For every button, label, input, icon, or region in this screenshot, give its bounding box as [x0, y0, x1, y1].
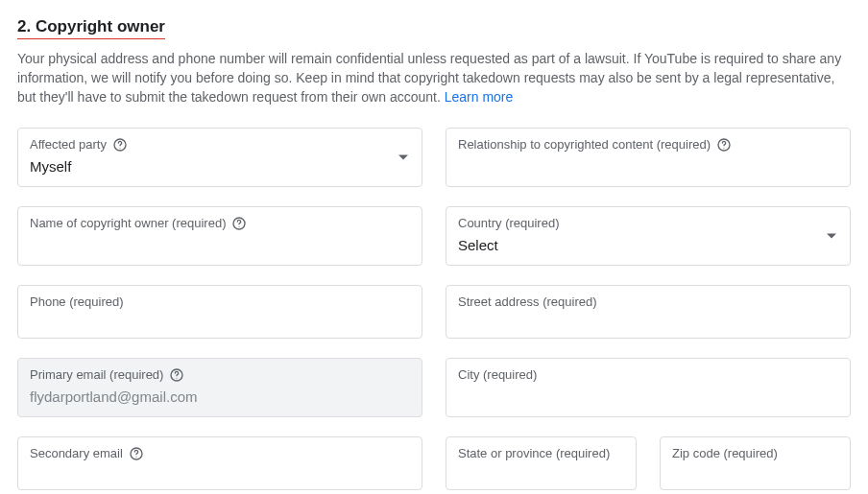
section-heading: 2. Copyright owner: [17, 17, 165, 39]
section-description-text: Your physical address and phone number w…: [17, 51, 841, 105]
label-text: Relationship to copyrighted content (req…: [458, 137, 711, 153]
state-label: State or province (required): [458, 446, 624, 461]
state-zip-row: State or province (required) Zip code (r…: [446, 436, 851, 490]
svg-point-7: [177, 378, 178, 379]
help-icon[interactable]: [716, 137, 732, 153]
label-text: City (required): [458, 367, 537, 383]
zip-field[interactable]: Zip code (required): [660, 436, 851, 490]
chevron-down-icon: [827, 234, 836, 239]
help-icon[interactable]: [129, 446, 144, 461]
label-text: Street address (required): [458, 294, 597, 310]
copyright-owner-name-field[interactable]: Name of copyright owner (required): [17, 206, 422, 266]
state-field[interactable]: State or province (required): [446, 436, 637, 490]
help-icon[interactable]: [231, 216, 247, 231]
country-select[interactable]: Country (required) Select: [446, 206, 851, 266]
relationship-label: Relationship to copyrighted content (req…: [458, 137, 838, 153]
label-text: Primary email (required): [30, 367, 163, 383]
country-label: Country (required): [458, 216, 838, 231]
secondary-email-field[interactable]: Secondary email: [17, 436, 422, 490]
phone-label: Phone (required): [30, 294, 410, 310]
label-text: Zip code (required): [672, 446, 778, 461]
svg-point-9: [135, 457, 136, 458]
street-address-label: Street address (required): [458, 294, 838, 310]
city-label: City (required): [458, 367, 838, 383]
svg-point-1: [119, 148, 120, 149]
phone-field[interactable]: Phone (required): [17, 285, 422, 339]
affected-party-value: Myself: [30, 157, 410, 176]
svg-point-3: [724, 148, 725, 149]
affected-party-select[interactable]: Affected party Myself: [17, 128, 422, 187]
relationship-field[interactable]: Relationship to copyrighted content (req…: [446, 128, 851, 187]
label-text: Affected party: [30, 137, 107, 153]
city-field[interactable]: City (required): [446, 358, 851, 417]
help-icon[interactable]: [112, 137, 128, 153]
affected-party-label: Affected party: [30, 137, 410, 153]
primary-email-label: Primary email (required): [30, 367, 410, 383]
primary-email-field: Primary email (required) flydarportland@…: [17, 358, 422, 417]
svg-point-5: [239, 226, 240, 227]
chevron-down-icon: [398, 155, 408, 160]
label-text: State or province (required): [458, 446, 610, 461]
primary-email-value: flydarportland@gmail.com: [30, 388, 410, 407]
label-text: Phone (required): [30, 294, 124, 310]
country-value: Select: [458, 236, 838, 255]
label-text: Secondary email: [30, 446, 123, 461]
help-icon[interactable]: [169, 367, 184, 383]
secondary-email-label: Secondary email: [30, 446, 410, 461]
copyright-owner-name-label: Name of copyright owner (required): [30, 216, 410, 231]
form-grid: Affected party Myself Relationship to co…: [17, 128, 851, 490]
street-address-field[interactable]: Street address (required): [446, 285, 851, 339]
zip-label: Zip code (required): [672, 446, 838, 461]
learn-more-link[interactable]: Learn more: [445, 89, 514, 105]
label-text: Country (required): [458, 216, 560, 231]
section-description: Your physical address and phone number w…: [17, 49, 851, 106]
label-text: Name of copyright owner (required): [30, 216, 226, 231]
